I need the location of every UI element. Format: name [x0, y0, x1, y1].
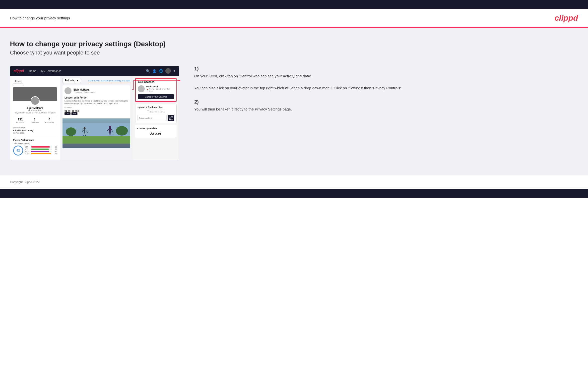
app-sidebar: Feed Blair McHarg Plus Handicap Royal No… [10, 76, 60, 160]
feed-tab[interactable]: Feed [13, 79, 23, 84]
app-screenshot-wrapper: clippd Home My Performance 🔍 👤 🌐 ▼ [10, 66, 179, 160]
stat-following-value: 4 [45, 118, 54, 121]
post-body: Lesson with Fordy Looking to feel like m… [63, 96, 130, 118]
globe-icon[interactable]: 🌐 [159, 69, 163, 73]
instruction-block-2: 2) You will then be taken directly to th… [194, 99, 578, 112]
profile-name: Blair McHarg [13, 106, 57, 109]
stat-activities-label: Activities [16, 121, 24, 123]
tpq-bar-fill [31, 153, 51, 154]
post-title: Lesson with Fordy [65, 96, 128, 99]
tpq-bar-value: 85 [53, 148, 57, 150]
chevron-down-icon[interactable]: ▼ [173, 70, 176, 72]
post-location: Yesterday · Sunningdale [73, 91, 95, 93]
search-icon[interactable]: 🔍 [146, 69, 150, 73]
post-image [63, 118, 130, 148]
svg-point-4 [116, 126, 128, 136]
bottom-bar [0, 189, 588, 198]
coaches-panel: Your Coaches David Ford 📍 Royal North De… [135, 78, 177, 102]
post-duration-value: 01 hr : 30 min [65, 110, 128, 112]
tpq-bar-bg [31, 153, 52, 154]
tpq-bar-value: 96 [53, 153, 57, 155]
add-link-button[interactable]: Add Link [168, 115, 174, 121]
tpq-label: Total Player Quality [13, 142, 57, 145]
page-heading: How to change your privacy settings (Des… [10, 40, 578, 48]
svg-rect-19 [63, 136, 130, 144]
tpq-bar-value: 86 [53, 151, 57, 152]
tpq-bar-value: 90 [53, 146, 57, 148]
instruction-block-1: 1) On your Feed, click/tap on 'Control w… [194, 66, 578, 91]
latest-activity: Latest Activity Lesson with Fordy 03 Aug… [13, 125, 57, 136]
user-icon[interactable]: 👤 [152, 69, 156, 73]
main-content: How to change your privacy settings (Des… [0, 28, 588, 175]
coach-club-name: Royal North Devon Golf Club [149, 88, 174, 92]
app-nav: clippd Home My Performance 🔍 👤 🌐 ▼ [10, 66, 179, 76]
connect-title: Connect your data [137, 127, 175, 130]
top-bar [0, 0, 588, 9]
tpq-row: 92 OTT 90 APP 85 ARG 86 PUTT 96 [13, 146, 57, 156]
trackman-input[interactable] [137, 115, 167, 121]
tpq-bar-fill [31, 146, 50, 148]
post-user-info: Blair McHarg Yesterday · Sunningdale [73, 88, 95, 93]
content-row: clippd Home My Performance 🔍 👤 🌐 ▼ [10, 66, 578, 160]
trackman-panel: Upload a Trackman Test Trackman Link Add… [135, 104, 177, 123]
tpq-bar-fill [31, 151, 49, 152]
profile-card: Blair McHarg Plus Handicap Royal North D… [13, 87, 57, 136]
post-tag-ott: OTT [65, 112, 70, 115]
tpq-bars: OTT 90 APP 85 ARG 86 PUTT 96 [25, 146, 57, 155]
coach-item: David Ford 📍 Royal North Devon Golf Club [138, 85, 174, 92]
post-header: Blair McHarg Yesterday · Sunningdale [63, 85, 130, 96]
instruction-number-1: 1) [194, 66, 578, 72]
post-tags: OTT APP [65, 112, 128, 115]
stat-followers-value: 3 [30, 118, 39, 121]
svg-point-5 [83, 127, 85, 129]
app-body: Feed Blair McHarg Plus Handicap Royal No… [10, 76, 179, 160]
stat-activities: 131 Activities [16, 118, 24, 123]
profile-stats: 131 Activities 3 Followers 4 Following [13, 116, 57, 125]
connect-panel: Connect your data Arccos [135, 125, 177, 138]
profile-handicap: Plus Handicap [13, 109, 57, 112]
profile-banner [13, 87, 57, 101]
control-link[interactable]: Control who can see your activity and da… [88, 79, 131, 82]
following-chevron: ▼ [76, 79, 79, 82]
tpq-bar-label: PUTT [25, 153, 30, 155]
nav-my-performance[interactable]: My Performance [41, 69, 62, 72]
svg-rect-13 [109, 128, 111, 132]
tpq-bar-row: ARG 86 [25, 151, 57, 152]
post-avatar [65, 87, 71, 94]
tpq-bar-label: APP [25, 148, 30, 150]
post-user-name: Blair McHarg [73, 88, 95, 91]
trackman-title: Upload a Trackman Test [137, 106, 174, 108]
tpq-bar-bg [31, 151, 52, 152]
instructions: 1) On your Feed, click/tap on 'Control w… [189, 66, 578, 120]
following-label: Following [65, 79, 75, 82]
stat-followers: 3 Followers [30, 118, 39, 123]
latest-activity-label: Latest Activity [13, 127, 57, 129]
svg-point-12 [109, 126, 111, 128]
coaches-title: Your Coaches [138, 81, 174, 83]
following-button[interactable]: Following ▼ [63, 78, 81, 83]
app-logo: clippd [14, 69, 24, 73]
stat-activities-value: 131 [16, 118, 24, 121]
app-right: Your Coaches David Ford 📍 Royal North De… [133, 76, 179, 160]
instruction-text-1: On your Feed, click/tap on 'Control who … [194, 73, 578, 91]
tpq-bar-row: OTT 90 [25, 146, 57, 148]
coach-club: 📍 Royal North Devon Golf Club [146, 88, 174, 92]
nav-avatar[interactable] [165, 68, 171, 74]
pp-title: Player Performance [13, 139, 57, 141]
coach-name: David Ford [146, 85, 174, 88]
tpq-bar-fill [31, 149, 49, 150]
footer: Copyright Clippd 2022 [0, 175, 588, 189]
location-icon: 📍 [146, 89, 149, 91]
post-text: Looking to feel like my hands are exitin… [65, 100, 128, 105]
tpq-bar-bg [31, 149, 52, 150]
instruction-number-2: 2) [194, 99, 578, 105]
manage-coaches-button[interactable]: Manage Your Coaches [138, 94, 174, 99]
feed-header: Following ▼ Control who can see your act… [63, 78, 130, 83]
nav-home[interactable]: Home [29, 69, 36, 72]
tpq-bar-label: ARG [25, 151, 30, 152]
coach-info: David Ford 📍 Royal North Devon Golf Club [146, 85, 174, 92]
coach-avatar [138, 85, 144, 92]
stat-followers-label: Followers [30, 121, 39, 123]
post-duration-label: Duration [65, 106, 128, 109]
stat-following: 4 Following [45, 118, 54, 123]
